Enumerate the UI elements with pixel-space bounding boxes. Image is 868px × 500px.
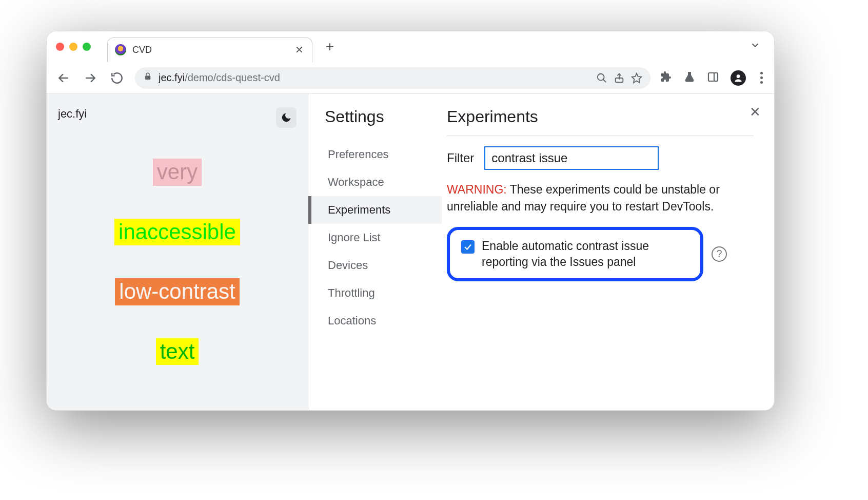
settings-body: Experiments Filter WARNING: These experi… xyxy=(442,94,774,410)
browser-toolbar: jec.fyi/demo/cds-quest-cvd xyxy=(47,62,774,94)
svg-point-3 xyxy=(598,73,604,80)
tab-title: CVD xyxy=(132,45,289,55)
address-bar[interactable]: jec.fyi/demo/cds-quest-cvd xyxy=(135,67,650,89)
menu-icon[interactable] xyxy=(757,72,766,84)
checkmark-icon xyxy=(463,242,472,252)
settings-close-button[interactable]: ✕ xyxy=(749,104,761,120)
nav-workspace[interactable]: Workspace xyxy=(308,168,442,196)
svg-point-9 xyxy=(737,74,740,78)
help-icon[interactable]: ? xyxy=(712,246,727,262)
experiment-checkbox[interactable] xyxy=(461,240,475,254)
tab-close-icon[interactable]: ✕ xyxy=(295,44,304,56)
tab-strip: CVD ✕ + xyxy=(47,31,774,62)
browser-tab[interactable]: CVD ✕ xyxy=(107,37,312,62)
share-icon[interactable] xyxy=(614,72,625,84)
forward-button[interactable] xyxy=(82,69,99,87)
svg-line-4 xyxy=(603,79,606,82)
zoom-icon[interactable] xyxy=(596,72,607,84)
toolbar-icons xyxy=(660,70,766,86)
profile-avatar[interactable] xyxy=(731,70,746,86)
moon-icon xyxy=(281,112,292,123)
theme-toggle-button[interactable] xyxy=(276,107,297,128)
experiment-contrast-issue-row[interactable]: Enable automatic contrast issue reportin… xyxy=(447,227,703,281)
demo-word-very: very xyxy=(153,159,202,186)
sidepanel-icon[interactable] xyxy=(707,71,719,85)
window-minimize-button[interactable] xyxy=(69,43,77,51)
nav-devices[interactable]: Devices xyxy=(308,252,442,279)
settings-title: Settings xyxy=(325,107,442,126)
nav-ignore-list[interactable]: Ignore List xyxy=(308,224,442,252)
reload-button[interactable] xyxy=(108,69,126,87)
demo-word-text: text xyxy=(156,338,199,366)
filter-input[interactable] xyxy=(484,146,659,170)
bookmark-star-icon[interactable] xyxy=(631,72,642,84)
lock-icon xyxy=(143,72,152,84)
browser-window: CVD ✕ + j xyxy=(46,31,775,411)
webpage-viewport: jec.fyi very inaccessible low-contrast t… xyxy=(47,94,308,410)
url-text: jec.fyi/demo/cds-quest-cvd xyxy=(159,72,590,84)
tab-favicon xyxy=(115,44,126,55)
extensions-icon[interactable] xyxy=(660,71,672,85)
nav-preferences[interactable]: Preferences xyxy=(308,141,442,168)
divider xyxy=(447,136,754,136)
experiments-warning: WARNING: These experiments could be unst… xyxy=(447,181,754,216)
new-tab-button[interactable]: + xyxy=(320,39,340,55)
back-button[interactable] xyxy=(55,69,72,87)
settings-sidebar: Settings Preferences Workspace Experimen… xyxy=(308,94,442,410)
experiment-label: Enable automatic contrast issue reportin… xyxy=(482,238,689,270)
devtools-settings-panel: ✕ Settings Preferences Workspace Experim… xyxy=(308,94,774,410)
nav-locations[interactable]: Locations xyxy=(308,307,442,335)
filter-label: Filter xyxy=(447,151,474,165)
svg-rect-7 xyxy=(708,73,718,81)
demo-word-low-contrast: low-contrast xyxy=(115,278,239,305)
demo-word-inaccessible: inaccessible xyxy=(114,219,240,246)
window-maximize-button[interactable] xyxy=(83,43,91,51)
nav-experiments[interactable]: Experiments xyxy=(308,196,442,224)
window-close-button[interactable] xyxy=(56,43,64,51)
svg-marker-6 xyxy=(632,73,641,82)
tabs-dropdown-icon[interactable] xyxy=(749,40,765,53)
experiments-title: Experiments xyxy=(447,107,754,126)
nav-throttling[interactable]: Throttling xyxy=(308,279,442,307)
svg-rect-2 xyxy=(145,76,151,80)
site-title: jec.fyi xyxy=(58,107,87,121)
labs-icon[interactable] xyxy=(683,71,696,85)
warning-prefix: WARNING: xyxy=(447,183,507,196)
window-controls xyxy=(56,43,91,51)
